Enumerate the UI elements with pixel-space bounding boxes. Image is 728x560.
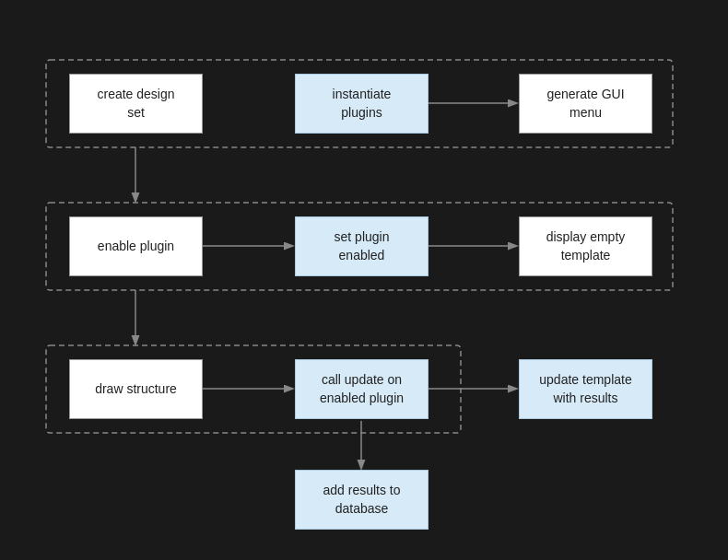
display-empty-template-label: display empty template bbox=[546, 228, 626, 264]
instantiate-plugins-node: instantiate plugins bbox=[295, 74, 429, 134]
update-template-results-label: update template with results bbox=[539, 371, 631, 407]
draw-structure-label: draw structure bbox=[95, 380, 177, 399]
display-empty-template-node: display empty template bbox=[519, 216, 652, 276]
instantiate-plugins-label: instantiate plugins bbox=[333, 86, 392, 122]
add-results-database-label: add results to database bbox=[323, 482, 400, 518]
enable-plugin-label: enable plugin bbox=[98, 238, 174, 256]
draw-structure-node: draw structure bbox=[69, 359, 203, 419]
call-update-enabled-plugin-label: call update on enabled plugin bbox=[320, 371, 404, 407]
diagram-container: create design set instantiate plugins ge… bbox=[0, 0, 728, 560]
set-plugin-enabled-node: set plugin enabled bbox=[295, 216, 429, 276]
update-template-results-node: update template with results bbox=[519, 359, 652, 419]
create-design-set-label: create design set bbox=[97, 86, 174, 122]
enable-plugin-node: enable plugin bbox=[69, 216, 203, 276]
generate-gui-menu-label: generate GUI menu bbox=[546, 86, 624, 122]
set-plugin-enabled-label: set plugin enabled bbox=[335, 228, 390, 264]
generate-gui-menu-node: generate GUI menu bbox=[519, 74, 652, 134]
create-design-set-node: create design set bbox=[69, 74, 203, 134]
call-update-enabled-plugin-node: call update on enabled plugin bbox=[295, 359, 429, 419]
add-results-database-node: add results to database bbox=[295, 470, 429, 530]
